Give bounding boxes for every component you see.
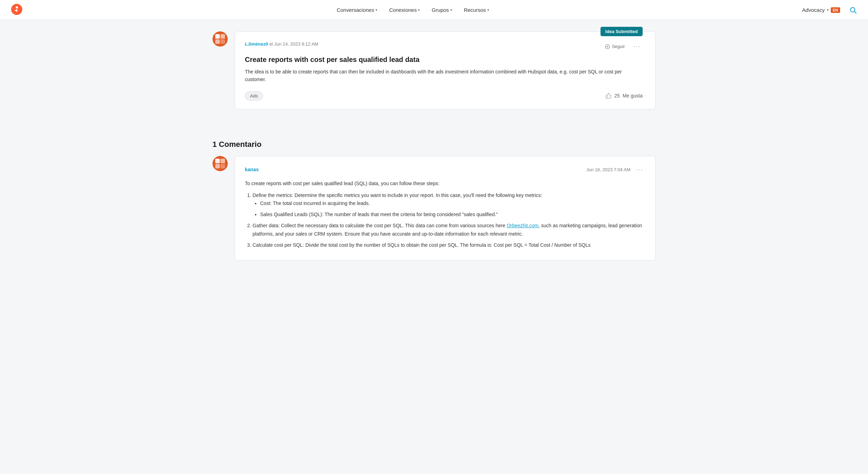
hubspot-logo-icon <box>11 4 22 15</box>
comment-step-1: Define the metrics: Determine the specif… <box>253 191 645 219</box>
idea-card: Idea Submitted LJiménez0 el Jun 14, 2023… <box>235 31 656 109</box>
svg-rect-10 <box>220 39 225 44</box>
main-content: Idea Submitted LJiménez0 el Jun 14, 2023… <box>204 20 664 272</box>
like-button[interactable] <box>605 93 612 99</box>
svg-rect-15 <box>215 159 220 163</box>
advocacy-chevron-icon: ▾ <box>827 8 829 12</box>
nav-conexiones[interactable]: Conexiones ▾ <box>384 4 425 16</box>
comment-steps-list: Define the metrics: Determine the specif… <box>245 191 645 250</box>
comment-date: Jun 16, 2023 7:04 AM <box>587 167 630 172</box>
nav-grupos[interactable]: Grupos ▾ <box>427 4 457 16</box>
thumbs-up-icon <box>605 93 612 99</box>
comment-card: kanas Jun 16, 2023 7:04 AM ··· To create… <box>235 156 656 261</box>
orbeezhit-link[interactable]: Orbeezhit.com <box>507 223 538 228</box>
search-icon <box>849 6 857 14</box>
grupos-chevron-icon: ▾ <box>450 8 452 12</box>
idea-actions: Seguir ··· <box>602 41 643 52</box>
comment-date-area: Jun 16, 2023 7:04 AM ··· <box>587 165 646 175</box>
svg-point-6 <box>212 31 228 47</box>
comment-bullet-1: Cost: The total cost incurred in acquiri… <box>260 199 645 208</box>
comment-bullet-2: Sales Qualified Leads (SQL): The number … <box>260 211 645 219</box>
idea-submitted-badge: Idea Submitted <box>600 27 643 36</box>
idea-date: el Jun 14, 2023 9:12 AM <box>269 41 318 47</box>
nav-links: Conversaciones ▾ Conexiones ▾ Grupos ▾ R… <box>36 4 790 16</box>
svg-rect-18 <box>220 164 225 168</box>
conexiones-chevron-icon: ▾ <box>418 8 420 12</box>
idea-tag: Ads <box>245 91 263 101</box>
like-area: 25 Me gusta <box>605 93 643 99</box>
comment-intro: To create reports with cost per sales qu… <box>245 180 645 188</box>
recursos-chevron-icon: ▾ <box>487 8 489 12</box>
search-button[interactable] <box>849 6 857 14</box>
comment-step-2-text-before: Gather data: Collect the necessary data … <box>253 223 507 228</box>
conversaciones-chevron-icon: ▾ <box>375 8 377 12</box>
idea-footer: Ads 25 Me gusta <box>245 91 643 101</box>
comment-header: kanas Jun 16, 2023 7:04 AM ··· <box>245 165 645 175</box>
idea-meta: LJiménez0 el Jun 14, 2023 9:12 AM <box>245 41 318 47</box>
svg-rect-17 <box>215 164 220 168</box>
svg-line-5 <box>854 11 856 13</box>
comment-avatar-icon <box>212 156 228 171</box>
comment-step-3: Calculate cost per SQL: Divide the total… <box>253 241 645 250</box>
idea-author-avatar <box>212 31 228 47</box>
idea-description: The idea is to be able to create reports… <box>245 68 643 84</box>
svg-rect-3 <box>15 10 17 11</box>
comments-section: 1 Comentario kanas Jun 16, 2023 7:04 AM <box>212 140 656 261</box>
follow-icon <box>605 44 610 49</box>
idea-section: Idea Submitted LJiménez0 el Jun 14, 2023… <box>212 31 656 123</box>
idea-title: Create reports with cost per sales quali… <box>245 56 643 64</box>
comment-author-link[interactable]: kanas <box>245 167 259 172</box>
svg-rect-9 <box>215 39 220 44</box>
idea-card-header: LJiménez0 el Jun 14, 2023 9:12 AM Seguir… <box>245 41 643 52</box>
comment-step-2: Gather data: Collect the necessary data … <box>253 222 645 238</box>
comment-item: kanas Jun 16, 2023 7:04 AM ··· To create… <box>212 156 656 261</box>
likes-label: Me gusta <box>622 93 643 98</box>
follow-button[interactable]: Seguir <box>602 42 628 50</box>
logo[interactable] <box>11 4 22 16</box>
comment-author-avatar <box>212 156 228 171</box>
nav-conversaciones[interactable]: Conversaciones ▾ <box>332 4 382 16</box>
avatar-icon <box>212 31 228 47</box>
idea-more-button[interactable]: ··· <box>631 41 643 52</box>
comment-body: To create reports with cost per sales qu… <box>245 180 645 250</box>
top-navigation: Conversaciones ▾ Conexiones ▾ Grupos ▾ R… <box>0 0 868 20</box>
svg-point-1 <box>16 6 18 8</box>
comment-step-1-bullets: Cost: The total cost incurred in acquiri… <box>253 199 645 219</box>
nav-recursos[interactable]: Recursos ▾ <box>459 4 494 16</box>
nav-right: Advocacy ▾ EN <box>798 5 857 15</box>
advocacy-button[interactable]: Advocacy ▾ EN <box>798 5 844 15</box>
comments-section-title: 1 Comentario <box>212 140 656 149</box>
idea-author-link[interactable]: LJiménez0 <box>245 41 268 47</box>
svg-rect-7 <box>215 34 220 39</box>
comment-more-button[interactable]: ··· <box>634 165 645 175</box>
svg-point-14 <box>212 156 228 171</box>
svg-rect-16 <box>220 159 225 163</box>
svg-rect-8 <box>220 34 225 39</box>
likes-count: 25 <box>614 93 620 98</box>
language-badge: EN <box>831 7 840 13</box>
